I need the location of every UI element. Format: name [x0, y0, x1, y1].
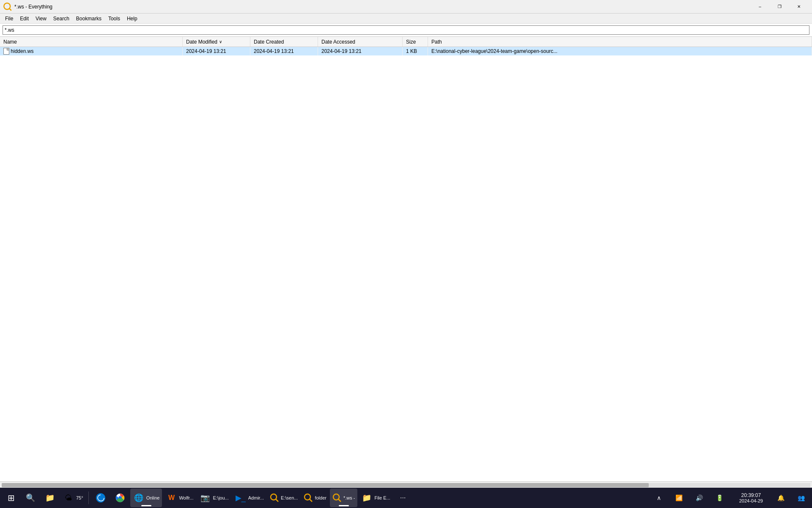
taskbar-weather-button[interactable]: 🌤 75°: [60, 489, 86, 507]
hscroll-track: [2, 483, 810, 487]
taskbar-journal-button[interactable]: 📷 E:\jou...: [197, 489, 231, 507]
svg-line-5: [276, 499, 278, 502]
taskbar: ⊞ 🔍 📁 🌤 75° 🌐 Online: [0, 488, 812, 508]
search-bar: [0, 24, 812, 37]
taskbar-terminal-icon: ▶_: [235, 492, 247, 504]
menu-file[interactable]: File: [2, 14, 16, 23]
table-row[interactable]: hidden.ws 2024-04-19 13:21 2024-04-19 13…: [0, 47, 812, 55]
taskbar-everything-folder-label: folder: [315, 495, 326, 500]
clock-button[interactable]: 20:39:07 2024-04-29: [732, 489, 770, 507]
cell-date-modified: 2024-04-19 13:21: [183, 47, 250, 55]
taskbar-everything-folder-button[interactable]: folder: [301, 489, 329, 507]
tray-wifi-button[interactable]: 📶: [670, 489, 689, 507]
taskbar-search-button[interactable]: 🔍: [21, 489, 40, 507]
taskbar-overflow-icon: ···: [397, 492, 409, 504]
taskbar-online-icon: 🌐: [133, 492, 145, 504]
tray-volume-button[interactable]: 🔊: [690, 489, 709, 507]
taskbar-wolfram-label: Wolfr...: [179, 495, 193, 500]
window-controls: – ❐ ✕: [750, 0, 809, 14]
taskbar-separator-1: [88, 491, 89, 504]
clock-date: 2024-04-29: [739, 498, 763, 503]
taskbar-terminal-label: Admir...: [248, 495, 264, 500]
taskbar-file-explorer-icon: 📁: [44, 492, 56, 504]
taskbar-journal-icon: 📷: [199, 492, 211, 504]
people-button[interactable]: 👥: [792, 489, 810, 507]
svg-line-7: [310, 499, 312, 502]
menu-edit[interactable]: Edit: [16, 14, 32, 23]
taskbar-weather-icon: 🌤: [63, 492, 74, 504]
notification-icon: 🔔: [776, 494, 785, 502]
taskbar-file-explorer2-button[interactable]: 📁 File E...: [358, 489, 392, 507]
cell-date-created: 2024-04-19 13:21: [250, 47, 318, 55]
col-header-date-created[interactable]: Date Created: [250, 37, 318, 47]
wifi-icon: 📶: [675, 494, 683, 502]
taskbar-chrome-button[interactable]: [111, 489, 129, 507]
menu-bookmarks[interactable]: Bookmarks: [73, 14, 105, 23]
title-bar-left: *.ws - Everything: [3, 3, 52, 11]
taskbar-wolfram-icon: W: [165, 492, 177, 504]
cell-path: E:\national-cyber-league\2024-team-game\…: [428, 47, 812, 55]
taskbar-edge-button[interactable]: [91, 489, 110, 507]
menu-help[interactable]: Help: [123, 14, 141, 23]
svg-point-6: [304, 494, 310, 500]
cell-size: 1 KB: [403, 47, 428, 55]
tray-battery-button[interactable]: 🔋: [710, 489, 729, 507]
taskbar-file-explorer-button[interactable]: 📁: [41, 489, 59, 507]
col-header-date-accessed[interactable]: Date Accessed: [318, 37, 403, 47]
hscroll-thumb[interactable]: [2, 483, 649, 487]
file-list: hidden.ws 2024-04-19 13:21 2024-04-19 13…: [0, 47, 812, 481]
notification-button[interactable]: 🔔: [771, 489, 790, 507]
col-header-path[interactable]: Path: [428, 37, 812, 47]
file-document-icon: [3, 48, 9, 55]
start-icon: ⊞: [5, 492, 17, 504]
tray-expand-icon: ∧: [655, 494, 663, 502]
clock-time: 20:39:07: [741, 492, 761, 498]
search-input[interactable]: [3, 25, 809, 35]
svg-line-1: [9, 8, 11, 10]
taskbar-search-icon: 🔍: [25, 492, 36, 504]
taskbar-everything1-button[interactable]: E:\sen...: [267, 489, 300, 507]
taskbar-file-explorer2-icon: 📁: [361, 492, 373, 504]
edge-icon: [95, 492, 106, 503]
restore-button[interactable]: ❐: [770, 0, 789, 14]
system-tray: ∧ 📶 🔊 🔋: [648, 489, 731, 507]
everything-ws-icon: [332, 493, 342, 502]
taskbar-online-button[interactable]: 🌐 Online: [130, 489, 162, 507]
everything1-icon: [270, 493, 279, 502]
window-title: *.ws - Everything: [14, 4, 52, 10]
title-bar: *.ws - Everything – ❐ ✕: [0, 0, 812, 14]
horizontal-scrollbar[interactable]: [0, 481, 812, 488]
battery-icon: 🔋: [716, 494, 724, 502]
taskbar-everything-ws-label: *.ws -: [343, 495, 355, 500]
taskbar-terminal-button[interactable]: ▶_ Admir...: [232, 489, 266, 507]
svg-point-4: [271, 494, 277, 500]
column-headers: Name Date Modified ∨ Date Created Date A…: [0, 37, 812, 47]
menu-view[interactable]: View: [32, 14, 50, 23]
clock-area: 20:39:07 2024-04-29: [736, 489, 766, 507]
taskbar-weather-label: 75°: [76, 495, 83, 500]
app-icon: [3, 3, 12, 11]
taskbar-everything-ws-button[interactable]: *.ws -: [330, 489, 358, 507]
everything-folder-icon: [304, 493, 313, 502]
taskbar-right: ∧ 📶 🔊 🔋 20:39:07 2024-04-29 🔔: [648, 489, 810, 507]
taskbar-wolfram-button[interactable]: W Wolfr...: [163, 489, 196, 507]
volume-icon: 🔊: [695, 494, 704, 502]
menu-bar: File Edit View Search Bookmarks Tools He…: [0, 14, 812, 24]
taskbar-online-label: Online: [146, 495, 160, 500]
tray-expand-button[interactable]: ∧: [650, 489, 668, 507]
svg-point-8: [333, 494, 339, 500]
menu-tools[interactable]: Tools: [105, 14, 123, 23]
cell-name: hidden.ws: [0, 47, 183, 55]
menu-search[interactable]: Search: [50, 14, 73, 23]
taskbar-file-explorer2-label: File E...: [374, 495, 390, 500]
people-icon: 👥: [797, 494, 805, 502]
col-header-name[interactable]: Name: [0, 37, 183, 47]
sort-arrow-date-modified: ∨: [219, 39, 222, 44]
minimize-button[interactable]: –: [750, 0, 770, 14]
svg-line-9: [338, 499, 341, 502]
taskbar-overflow-button[interactable]: ···: [394, 489, 412, 507]
start-button[interactable]: ⊞: [2, 489, 20, 507]
col-header-date-modified[interactable]: Date Modified ∨: [183, 37, 250, 47]
close-button[interactable]: ✕: [789, 0, 809, 14]
col-header-size[interactable]: Size: [403, 37, 428, 47]
